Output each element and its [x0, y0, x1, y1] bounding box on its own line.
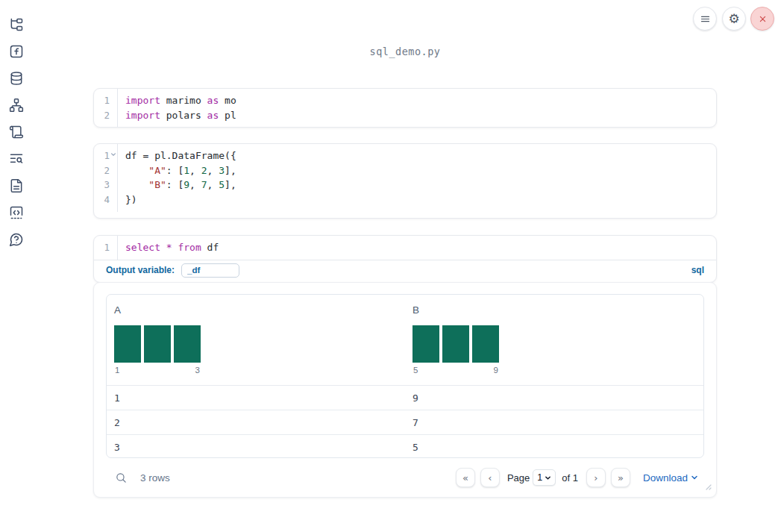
table-row[interactable]: 19 [107, 385, 703, 410]
histogram-bar [472, 325, 499, 363]
line-number: 2 [94, 108, 110, 123]
histogram-bar [442, 325, 469, 363]
first-page-button[interactable]: « [456, 468, 475, 487]
line-number: 3 [94, 178, 110, 193]
table-cell: 7 [405, 417, 703, 428]
hamburger-menu-icon[interactable] [693, 7, 717, 31]
code-line[interactable]: df = pl.DataFrame({ [125, 148, 716, 163]
output-variable-label: Output variable: [106, 265, 175, 275]
page-of-label: of 1 [562, 472, 578, 484]
table-row[interactable]: 27 [107, 410, 703, 434]
line-number: 2 [94, 163, 110, 178]
hist-axis-min: 5 [413, 366, 418, 375]
line-number: 1 [94, 148, 110, 163]
line-number: 1 [94, 240, 110, 255]
code-cell-imports[interactable]: 12 import marimo as moimport polars as p… [93, 88, 717, 128]
column-name: A [114, 304, 405, 316]
histogram-bar [412, 325, 439, 363]
column-histogram: 1 3 [114, 325, 201, 375]
table-output-card: A 1 3 B 5 9 [93, 282, 717, 498]
chevron-down-icon [545, 475, 551, 481]
hist-axis-max: 3 [195, 366, 200, 375]
line-number: 4 [94, 193, 110, 207]
document-icon[interactable] [9, 178, 24, 193]
gear-icon[interactable]: ⚙ [722, 7, 746, 31]
list-search-icon[interactable] [9, 151, 24, 166]
close-x-icon[interactable] [750, 7, 774, 31]
search-icon[interactable] [113, 469, 129, 486]
table-cell: 2 [107, 417, 405, 428]
column-name: B [412, 304, 703, 316]
table-header: A 1 3 B 5 9 [107, 295, 703, 385]
column-header-b[interactable]: B 5 9 [405, 295, 703, 385]
page-label: Page [507, 472, 530, 484]
sql-cell-footer: Output variable: sql [94, 260, 716, 281]
sql-language-badge: sql [691, 265, 704, 275]
code-line[interactable]: }) [125, 193, 716, 207]
column-histogram: 5 9 [412, 325, 499, 375]
data-table: A 1 3 B 5 9 [106, 294, 704, 458]
code-editor[interactable]: select * from df [118, 236, 716, 260]
code-cell-dataframe[interactable]: 1234 df = pl.DataFrame({ "A": [1, 2, 3],… [93, 143, 717, 219]
resize-handle-icon[interactable] [705, 480, 712, 493]
database-icon[interactable] [9, 71, 24, 86]
last-page-button[interactable]: » [611, 468, 630, 487]
table-cell: 1 [107, 392, 405, 404]
row-count-label: 3 rows [140, 472, 170, 484]
code-line[interactable]: import polars as pl [125, 108, 716, 123]
code-editor[interactable]: df = pl.DataFrame({ "A": [1, 2, 3], "B":… [118, 144, 716, 212]
file-tree-icon[interactable] [9, 17, 24, 32]
column-header-a[interactable]: A 1 3 [107, 295, 405, 385]
table-cell: 3 [107, 442, 405, 453]
line-number: 1 [94, 93, 110, 108]
histogram-bar [114, 325, 141, 363]
download-button[interactable]: Download [643, 472, 698, 484]
sidebar [9, 17, 24, 247]
next-page-button[interactable]: › [586, 468, 606, 487]
prev-page-button[interactable]: ‹ [480, 468, 500, 487]
hist-axis-min: 1 [115, 366, 119, 375]
table-cell: 9 [405, 392, 703, 404]
line-number-gutter: 1234 [94, 144, 118, 212]
table-footer: 3 rows « ‹ Page 1 of 1 › » Download [106, 458, 704, 497]
code-line[interactable]: import marimo as mo [125, 93, 716, 108]
line-number-gutter: 12 [94, 89, 118, 127]
histogram-bar [174, 325, 201, 363]
code-snippet-icon[interactable] [9, 205, 24, 220]
table-cell: 5 [405, 442, 703, 453]
page-select[interactable]: 1 [533, 469, 556, 486]
help-icon[interactable] [9, 232, 24, 247]
line-number-gutter: 1 [94, 236, 118, 260]
sql-cell[interactable]: 1 select * from df Output variable: sql [93, 235, 717, 283]
scroll-icon[interactable] [9, 125, 24, 140]
code-line[interactable]: "B": [9, 7, 5], [125, 178, 716, 193]
histogram-bar [144, 325, 171, 363]
function-icon[interactable] [9, 44, 24, 59]
table-body: 192735 [107, 385, 703, 458]
output-variable-input[interactable] [181, 263, 239, 278]
hist-axis-max: 9 [494, 366, 498, 375]
fold-chevron-icon[interactable] [110, 151, 116, 157]
dependency-graph-icon[interactable] [9, 98, 24, 113]
code-line[interactable]: "A": [1, 2, 3], [125, 163, 716, 178]
table-row[interactable]: 35 [107, 434, 703, 458]
code-editor[interactable]: import marimo as moimport polars as pl [118, 89, 716, 127]
notebook-filename[interactable]: sql_demo.py [93, 46, 717, 57]
chevron-down-icon [691, 474, 698, 481]
marimo-notebook: ⚙ sql_demo.py 12 import marimo as moimpo… [0, 0, 778, 532]
code-line[interactable]: select * from df [125, 240, 716, 255]
